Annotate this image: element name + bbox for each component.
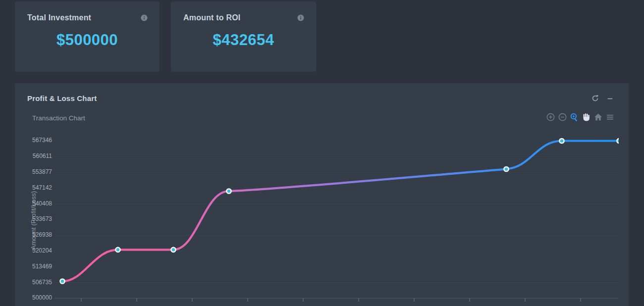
data-point-marker[interactable] [617,139,621,143]
amount-to-roi-card: Amount to ROI $432654 [171,1,316,72]
profit-loss-line [62,141,620,282]
selection-zoom-icon[interactable] [570,112,579,122]
svg-text:553877: 553877 [32,168,52,175]
zoom-in-icon[interactable] [546,112,555,122]
data-point-marker[interactable] [504,167,508,171]
y-axis-labels: 567346 560611 553877 547142 540408 53367… [32,137,52,301]
transaction-chart: Amount (Profit/Loss) [20,128,629,306]
data-point-marker[interactable] [559,139,564,143]
card-title: Amount to ROI [183,13,240,22]
info-icon[interactable] [141,14,148,21]
svg-text:560611: 560611 [33,153,52,159]
svg-text:533673: 533673 [32,215,52,222]
x-axis-ticks [81,298,581,302]
gridlines [54,141,618,282]
data-point-markers [60,139,621,284]
total-investment-value: $500000 [15,31,160,49]
home-icon[interactable] [593,112,603,122]
svg-text:500000: 500000 [32,294,52,301]
data-point-marker[interactable] [171,248,175,252]
svg-text:520204: 520204 [32,247,52,254]
svg-text:540408: 540408 [32,200,52,207]
data-point-marker[interactable] [115,248,120,252]
collapse-icon[interactable] [606,95,614,102]
chart-subtitle: Transaction Chart [32,114,85,122]
svg-text:506735: 506735 [32,279,52,286]
panel-title: Profit & Loss Chart [27,94,97,102]
apexcharts-toolbar [546,112,615,122]
svg-text:513469: 513469 [32,263,52,270]
chart-header: Transaction Chart [15,102,629,122]
amount-to-roi-value: $432654 [171,31,316,49]
data-point-marker[interactable] [226,189,231,193]
svg-text:567346: 567346 [32,137,52,144]
refresh-icon[interactable] [591,94,599,102]
card-title: Total Investment [27,13,91,22]
data-point-marker[interactable] [60,279,64,283]
panel-header: Profit & Loss Chart [15,83,629,102]
svg-text:526938: 526938 [32,231,52,238]
total-investment-card: Total Investment $500000 [15,1,160,72]
pan-icon[interactable] [582,112,591,122]
profit-loss-panel: Profit & Loss Chart Transaction Chart [15,83,629,306]
info-icon[interactable] [297,14,304,21]
menu-icon[interactable] [605,112,615,122]
svg-text:547142: 547142 [32,184,52,191]
zoom-out-icon[interactable] [558,112,567,122]
